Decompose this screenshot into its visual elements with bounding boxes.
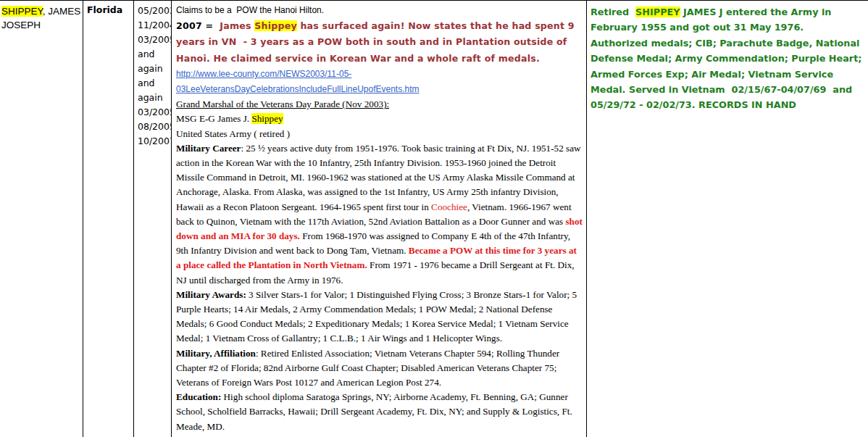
list-item: 08/2005 bbox=[138, 120, 171, 134]
list-item: 03/2005 bbox=[138, 105, 171, 120]
list-item: 10/2007 bbox=[138, 134, 171, 149]
list-item: again bbox=[138, 91, 171, 105]
records-table: SHIPPEY, JAMES JOSEPH Florida 05/200311/… bbox=[0, 0, 868, 437]
highlighted-text: SHIPPEY bbox=[1, 6, 43, 17]
list-item: and bbox=[138, 47, 171, 62]
text-run: High school diploma Saratoga Springs, NY… bbox=[176, 391, 575, 431]
rank-name-line: MSG E-G James J. Shippey bbox=[176, 112, 583, 126]
details-cell: Claims to be a POW the Hanoi Hilton.2007… bbox=[172, 1, 587, 437]
retired-civilian-years: Retired Civilian Years: 1976-1980 worked… bbox=[176, 434, 583, 437]
records-summary-cell: Retired SHIPPEY JAMES J entered the Army… bbox=[587, 1, 868, 437]
list-item: 05/2003 bbox=[138, 4, 171, 18]
text-run: Claims to be a POW the Hanoi Hilton. bbox=[176, 5, 324, 15]
name-cell: SHIPPEY, JAMES JOSEPH bbox=[0, 1, 83, 437]
text-run: Education: bbox=[176, 391, 221, 402]
text-run: Retired bbox=[591, 7, 635, 17]
update-note-2007: 2007 = James Shippey has surfaced again!… bbox=[176, 18, 583, 67]
military-career: Military Career: 25 ½ years active duty … bbox=[176, 141, 583, 288]
text-run: Military Career bbox=[176, 143, 241, 154]
highlighted-text: SHIPPEY bbox=[635, 7, 680, 17]
text-run: MSG E-G James J. bbox=[176, 113, 251, 124]
hyperlink[interactable]: http://www.lee-county.com/NEWS2003/11-05… bbox=[176, 69, 420, 94]
list-item: again bbox=[138, 62, 171, 76]
military-affiliation: Military, Affiliation: Retired Enlisted … bbox=[176, 346, 583, 391]
text-run: JAMES J entered the Army in February 195… bbox=[591, 7, 865, 110]
list-item: and bbox=[138, 76, 171, 91]
state-cell: Florida bbox=[83, 1, 134, 437]
text-run: Coochiee bbox=[431, 201, 467, 212]
dates-cell: 05/200311/200403/2005andagainandagain03/… bbox=[134, 1, 172, 437]
list-item: 11/2004 bbox=[138, 18, 171, 33]
highlighted-text: Shippey bbox=[251, 113, 283, 124]
parade-heading: Grand Marshal of the Veterans Day Parade… bbox=[176, 97, 583, 112]
text-run: Military Awards: bbox=[176, 289, 246, 300]
highlighted-text: Shippey bbox=[254, 20, 297, 31]
text-run: Military, Affiliation bbox=[176, 348, 256, 359]
text-run: James bbox=[220, 20, 254, 31]
service-line: United States Army ( retired ) bbox=[176, 127, 583, 141]
text-run: 2007 = bbox=[176, 20, 220, 31]
claim-line: Claims to be a POW the Hanoi Hilton. bbox=[176, 3, 583, 18]
text-run: United States Army ( retired ) bbox=[176, 128, 290, 139]
source-link-line: http://www.lee-county.com/NEWS2003/11-05… bbox=[176, 67, 583, 97]
military-awards: Military Awards: 3 Silver Stars-1 for Va… bbox=[176, 288, 583, 346]
list-item: 03/2005 bbox=[138, 33, 171, 47]
text-run: Grand Marshal of the Veterans Day Parade… bbox=[176, 99, 389, 109]
education: Education: High school diploma Saratoga … bbox=[176, 390, 583, 434]
